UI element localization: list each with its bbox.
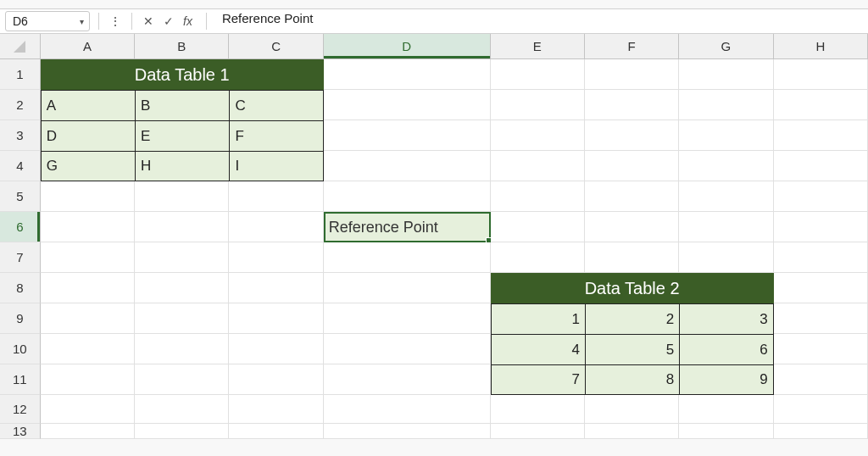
- cell-G11[interactable]: 9: [679, 364, 773, 395]
- cell-B6[interactable]: [135, 212, 229, 242]
- cell-D12[interactable]: [324, 395, 491, 424]
- cell-F3[interactable]: [585, 120, 679, 151]
- cell-C9[interactable]: [229, 303, 323, 334]
- row-header-8[interactable]: 8: [0, 273, 41, 303]
- cell-F1[interactable]: [585, 59, 679, 90]
- row-header-5[interactable]: 5: [0, 181, 41, 212]
- cell-C8[interactable]: [229, 273, 323, 303]
- col-header-C[interactable]: C: [229, 34, 323, 59]
- cell-G10[interactable]: 6: [679, 334, 773, 364]
- cell-E3[interactable]: [491, 120, 585, 151]
- cell-G9[interactable]: 3: [679, 303, 773, 334]
- cell-C6[interactable]: [229, 212, 323, 242]
- cell-H12[interactable]: [774, 395, 868, 424]
- cell-H3[interactable]: [774, 120, 868, 151]
- formula-input[interactable]: Reference Point: [215, 11, 863, 31]
- cell-F9[interactable]: 2: [585, 303, 679, 334]
- col-header-D[interactable]: D: [324, 34, 491, 59]
- cell-E4[interactable]: [491, 151, 585, 181]
- col-header-G[interactable]: G: [679, 34, 773, 59]
- cell-G13[interactable]: [679, 424, 773, 439]
- cell-F5[interactable]: [585, 181, 679, 212]
- cell-B3[interactable]: E: [135, 120, 229, 151]
- cell-F11[interactable]: 8: [585, 364, 679, 395]
- col-header-A[interactable]: A: [41, 34, 135, 59]
- cell-D11[interactable]: [324, 364, 491, 395]
- cell-D7[interactable]: [324, 242, 491, 273]
- cell-B10[interactable]: [135, 334, 229, 364]
- cell-G3[interactable]: [679, 120, 773, 151]
- cell-G12[interactable]: [679, 395, 773, 424]
- cell-H11[interactable]: [774, 364, 868, 395]
- name-box[interactable]: D6 ▾: [5, 11, 90, 31]
- cell-E7[interactable]: [491, 242, 585, 273]
- cell-F2[interactable]: [585, 90, 679, 120]
- cell-F13[interactable]: [585, 424, 679, 439]
- cell-D10[interactable]: [324, 334, 491, 364]
- cell-E12[interactable]: [491, 395, 585, 424]
- cell-B8[interactable]: [135, 273, 229, 303]
- cell-D8[interactable]: [324, 273, 491, 303]
- row-header-2[interactable]: 2: [0, 90, 41, 120]
- cell-D5[interactable]: [324, 181, 491, 212]
- cell-D6[interactable]: Reference Point: [324, 212, 491, 242]
- cell-D4[interactable]: [324, 151, 491, 181]
- cell-H9[interactable]: [774, 303, 868, 334]
- cell-F7[interactable]: [585, 242, 679, 273]
- row-header-7[interactable]: 7: [0, 242, 41, 273]
- chevron-down-icon[interactable]: ▾: [80, 17, 84, 26]
- cell-F12[interactable]: [585, 395, 679, 424]
- col-header-B[interactable]: B: [135, 34, 229, 59]
- cell-A6[interactable]: [41, 212, 135, 242]
- table1-title[interactable]: Data Table 1: [41, 59, 324, 90]
- cell-C3[interactable]: F: [229, 120, 323, 151]
- cell-F4[interactable]: [585, 151, 679, 181]
- cell-D1[interactable]: [324, 59, 491, 90]
- col-header-H[interactable]: H: [774, 34, 868, 59]
- cell-H13[interactable]: [774, 424, 868, 439]
- cell-E10[interactable]: 4: [491, 334, 585, 364]
- cell-D13[interactable]: [324, 424, 491, 439]
- col-header-F[interactable]: F: [585, 34, 679, 59]
- cell-A2[interactable]: A: [41, 90, 135, 120]
- cell-C4[interactable]: I: [229, 151, 323, 181]
- cell-C5[interactable]: [229, 181, 323, 212]
- row-header-4[interactable]: 4: [0, 151, 41, 181]
- row-header-12[interactable]: 12: [0, 395, 41, 424]
- cell-H10[interactable]: [774, 334, 868, 364]
- cell-G5[interactable]: [679, 181, 773, 212]
- cell-A5[interactable]: [41, 181, 135, 212]
- cell-A9[interactable]: [41, 303, 135, 334]
- cell-G7[interactable]: [679, 242, 773, 273]
- cell-C2[interactable]: C: [229, 90, 323, 120]
- cell-A12[interactable]: [41, 395, 135, 424]
- cell-G6[interactable]: [679, 212, 773, 242]
- cell-E13[interactable]: [491, 424, 585, 439]
- cell-B9[interactable]: [135, 303, 229, 334]
- cell-E1[interactable]: [491, 59, 585, 90]
- cell-A7[interactable]: [41, 242, 135, 273]
- cell-F6[interactable]: [585, 212, 679, 242]
- row-header-3[interactable]: 3: [0, 120, 41, 151]
- cell-E11[interactable]: 7: [491, 364, 585, 395]
- cell-C11[interactable]: [229, 364, 323, 395]
- col-header-E[interactable]: E: [491, 34, 585, 59]
- cell-D9[interactable]: [324, 303, 491, 334]
- cell-C12[interactable]: [229, 395, 323, 424]
- cell-A10[interactable]: [41, 334, 135, 364]
- cell-B7[interactable]: [135, 242, 229, 273]
- row-header-1[interactable]: 1: [0, 59, 41, 90]
- cell-A11[interactable]: [41, 364, 135, 395]
- row-header-11[interactable]: 11: [0, 364, 41, 395]
- enter-icon[interactable]: ✓: [161, 14, 176, 28]
- cell-F10[interactable]: 5: [585, 334, 679, 364]
- cell-A8[interactable]: [41, 273, 135, 303]
- cell-H5[interactable]: [774, 181, 868, 212]
- more-icon[interactable]: ⋮: [108, 14, 123, 28]
- cell-C13[interactable]: [229, 424, 323, 439]
- cell-B13[interactable]: [135, 424, 229, 439]
- cell-B4[interactable]: H: [135, 151, 229, 181]
- cell-B2[interactable]: B: [135, 90, 229, 120]
- cell-B5[interactable]: [135, 181, 229, 212]
- cell-A4[interactable]: G: [41, 151, 135, 181]
